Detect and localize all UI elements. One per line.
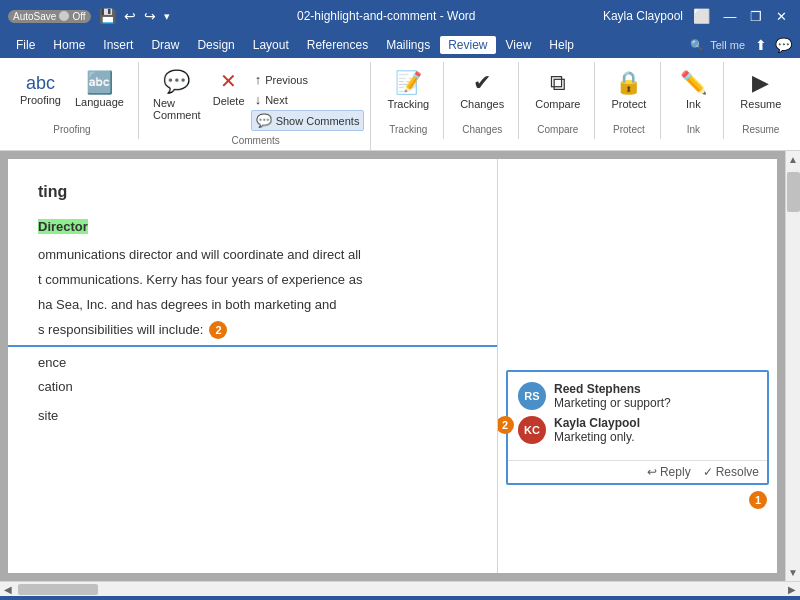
- resolve-button[interactable]: ✓ Resolve: [703, 465, 759, 479]
- comment-item-kayla: 2 KC Kayla Claypool Marketing only.: [518, 416, 757, 444]
- marker-1-area: 1: [498, 489, 777, 499]
- comment-actions: ↩ Reply ✓ Resolve: [508, 461, 767, 483]
- undo-icon[interactable]: ↩: [124, 8, 136, 24]
- resume-icon: ▶: [752, 70, 769, 96]
- save-icon[interactable]: 💾: [99, 8, 116, 24]
- scroll-right-arrow[interactable]: ▶: [786, 584, 798, 595]
- scroll-h-thumb[interactable]: [18, 584, 98, 595]
- autosave-dot: [59, 11, 69, 21]
- menu-mailings[interactable]: Mailings: [378, 36, 438, 54]
- horizontal-scrollbar[interactable]: ◀ ▶: [0, 581, 800, 596]
- delete-comment-button[interactable]: ✕ Delete: [209, 66, 249, 124]
- comment-body-kayla: Kayla Claypool Marketing only.: [554, 416, 757, 444]
- comment-text-reed: Marketing or support?: [554, 396, 757, 410]
- compare-button[interactable]: ⧉ Compare: [529, 62, 586, 120]
- reply-button[interactable]: ↩ Reply: [647, 465, 691, 479]
- doc-line-2: t communications. Kerry has four years o…: [38, 270, 467, 291]
- avatar-reed: RS: [518, 382, 546, 410]
- language-button[interactable]: 🔤 Language: [69, 62, 130, 120]
- scroll-thumb[interactable]: [787, 172, 800, 212]
- comment-marker-panel: 2: [497, 416, 514, 434]
- next-icon: ↓: [255, 92, 262, 107]
- scroll-left-arrow[interactable]: ◀: [2, 584, 14, 595]
- window-controls: — ❐ ✕: [720, 9, 792, 24]
- avatar-kc-initials: KC: [524, 424, 540, 436]
- menu-home[interactable]: Home: [45, 36, 93, 54]
- doc-line-ence: ence: [38, 353, 467, 374]
- avatar-rs-initials: RS: [524, 390, 539, 402]
- tracking-icon: 📝: [395, 70, 422, 96]
- resume-button[interactable]: ▶ Resume: [734, 62, 787, 120]
- proofing-button[interactable]: abc Proofing: [14, 62, 67, 120]
- changes-button[interactable]: ✔ Changes: [454, 62, 510, 120]
- comment-item-reed: RS Reed Stephens Marketing or support?: [518, 382, 757, 410]
- search-icon: 🔍: [690, 39, 704, 52]
- changes-buttons: ✔ Changes: [454, 62, 510, 120]
- autosave-toggle[interactable]: AutoSave Off: [8, 10, 91, 23]
- new-comment-label: NewComment: [153, 97, 201, 121]
- next-button[interactable]: ↓ Next: [251, 90, 365, 109]
- scroll-up-arrow[interactable]: ▲: [785, 151, 800, 168]
- comment-ribbon-icon[interactable]: 💬: [775, 37, 792, 53]
- ink-buttons: ✏️ Ink: [671, 62, 715, 120]
- ink-button[interactable]: ✏️ Ink: [671, 62, 715, 120]
- tracking-button[interactable]: 📝 Tracking: [381, 62, 435, 120]
- ribbon-group-resume: ▶ Resume Resume: [726, 62, 795, 139]
- menu-draw[interactable]: Draw: [143, 36, 187, 54]
- new-comment-button[interactable]: 💬 NewComment: [147, 66, 207, 124]
- scroll-down-arrow[interactable]: ▼: [785, 564, 800, 581]
- protect-button[interactable]: 🔒 Protect: [605, 62, 652, 120]
- resolve-label: Resolve: [716, 465, 759, 479]
- menu-bar: File Home Insert Draw Design Layout Refe…: [0, 32, 800, 58]
- tracking-label: Tracking: [387, 98, 429, 111]
- menu-references[interactable]: References: [299, 36, 376, 54]
- share-icon[interactable]: ⬜: [693, 8, 710, 24]
- comment-text-kayla: Marketing only.: [554, 430, 757, 444]
- doc-line-4: s responsibilities will include: 2: [38, 320, 467, 341]
- minimize-button[interactable]: —: [720, 9, 740, 24]
- tell-me-input[interactable]: Tell me: [710, 39, 745, 51]
- comment-divider-line: [38, 345, 467, 347]
- protect-icon: 🔒: [615, 70, 642, 96]
- previous-button[interactable]: ↑ Previous: [251, 70, 365, 89]
- close-button[interactable]: ✕: [772, 9, 792, 24]
- resume-group-label: Resume: [742, 120, 779, 135]
- show-comments-icon: 💬: [256, 113, 272, 128]
- comment-author-kayla: Kayla Claypool: [554, 416, 757, 430]
- restore-button[interactable]: ❐: [746, 9, 766, 24]
- compare-icon: ⧉: [550, 70, 566, 96]
- doc-line-3: ha Sea, Inc. and has degrees in both mar…: [38, 295, 467, 316]
- doc-title: 02-highlight-and-comment - Word: [297, 9, 476, 23]
- comment-marker-2[interactable]: 2: [209, 321, 227, 339]
- show-comments-button[interactable]: 💬 Show Comments: [251, 110, 365, 131]
- delete-label: Delete: [213, 95, 245, 107]
- autosave-state: Off: [72, 11, 85, 22]
- menu-insert[interactable]: Insert: [95, 36, 141, 54]
- ribbon-group-ink: ✏️ Ink Ink: [663, 62, 724, 139]
- doc-director-line: Director: [38, 217, 467, 238]
- doc-page[interactable]: ting Director ommunications director and…: [8, 159, 497, 573]
- tracking-buttons: 📝 Tracking: [381, 62, 435, 120]
- menu-help[interactable]: Help: [541, 36, 582, 54]
- menu-review[interactable]: Review: [440, 36, 495, 54]
- vertical-scrollbar[interactable]: ▲ ▼: [785, 151, 800, 581]
- share-ribbon-icon[interactable]: ⬆: [755, 37, 767, 53]
- comment-marker-1[interactable]: 1: [749, 491, 767, 509]
- comment-thread: RS Reed Stephens Marketing or support? 2…: [508, 372, 767, 461]
- comment-thread-container: RS Reed Stephens Marketing or support? 2…: [506, 370, 769, 485]
- previous-icon: ↑: [255, 72, 262, 87]
- ribbon-group-compare: ⧉ Compare Compare: [521, 62, 595, 139]
- menu-view[interactable]: View: [498, 36, 540, 54]
- resume-label: Resume: [740, 98, 781, 111]
- ribbon-group-changes: ✔ Changes Changes: [446, 62, 519, 139]
- changes-icon: ✔: [473, 70, 491, 96]
- autosave-label: AutoSave: [13, 11, 56, 22]
- menu-file[interactable]: File: [8, 36, 43, 54]
- menu-design[interactable]: Design: [189, 36, 242, 54]
- more-icon[interactable]: ▾: [164, 10, 170, 23]
- redo-icon[interactable]: ↪: [144, 8, 156, 24]
- previous-label: Previous: [265, 74, 308, 86]
- menu-layout[interactable]: Layout: [245, 36, 297, 54]
- title-bar-left: AutoSave Off 💾 ↩ ↪ ▾: [8, 8, 170, 24]
- comment-author-reed: Reed Stephens: [554, 382, 757, 396]
